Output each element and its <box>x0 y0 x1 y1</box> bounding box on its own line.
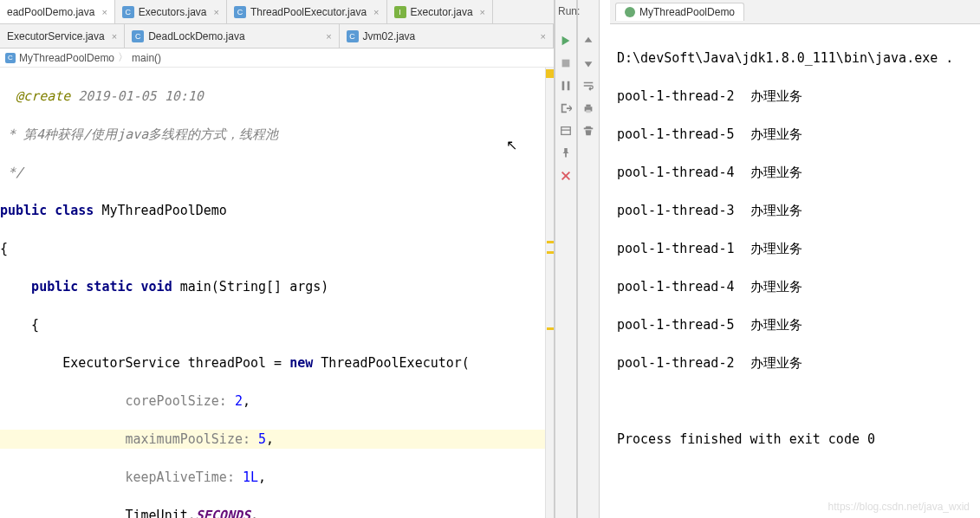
breadcrumb-class[interactable]: MyThreadPoolDemo <box>19 52 114 64</box>
svg-rect-3 <box>568 81 570 91</box>
console-line: pool-1-thread-3 办理业务 <box>617 201 973 220</box>
print-button[interactable] <box>581 100 596 116</box>
warning-mark[interactable] <box>547 241 554 243</box>
chevron-right-icon: 〉 <box>118 50 128 65</box>
svg-marker-8 <box>585 37 593 42</box>
breadcrumb: C MyThreadPoolDemo 〉 main() <box>0 49 554 68</box>
console-pane: MyThreadPoolDemo D:\devSoft\Java\jdk1.8.… <box>610 0 980 518</box>
warning-mark[interactable] <box>547 327 554 330</box>
file-label: Executors.java <box>139 6 207 18</box>
svg-marker-0 <box>562 36 570 46</box>
svg-rect-2 <box>562 81 565 91</box>
breadcrumb-method[interactable]: main() <box>132 52 161 64</box>
console-line: pool-1-thread-1 办理业务 <box>617 239 973 258</box>
run-toolbar-col-1 <box>555 0 577 518</box>
close-icon[interactable]: × <box>326 31 331 42</box>
class-icon: C <box>234 6 246 18</box>
tab-deadlockdemo[interactable]: C DeadLockDemo.java × <box>125 24 339 48</box>
close-icon[interactable]: × <box>480 7 485 17</box>
code-editor[interactable]: @create 2019-01-05 10:10 * 第4种获得/使用java多… <box>0 68 554 518</box>
class-icon: C <box>122 6 134 18</box>
editor-tabs-row-1: eadPoolDemo.java × C Executors.java × C … <box>0 0 554 24</box>
console-line: pool-1-thread-2 办理业务 <box>617 353 973 372</box>
run-toolwindow-label[interactable]: Run: <box>558 5 580 17</box>
svg-rect-12 <box>586 110 590 113</box>
console-line: pool-1-thread-5 办理业务 <box>617 125 973 144</box>
interface-icon: I <box>394 6 406 18</box>
file-label: Executor.java <box>411 6 473 18</box>
console-line: pool-1-thread-4 办理业务 <box>617 163 973 182</box>
clear-all-button[interactable] <box>581 123 596 139</box>
pin-button[interactable] <box>558 146 574 161</box>
close-icon[interactable]: × <box>373 7 379 17</box>
tab-mythreadpooldemo[interactable]: eadPoolDemo.java × <box>0 0 115 23</box>
class-icon: C <box>5 53 16 63</box>
up-button[interactable] <box>581 33 596 49</box>
soft-wrap-button[interactable] <box>581 78 596 94</box>
tab-executor[interactable]: I Executor.java × <box>387 0 493 23</box>
stop-button[interactable] <box>558 55 574 71</box>
down-button[interactable] <box>581 55 596 71</box>
warning-summary-icon[interactable] <box>546 69 554 78</box>
console-line: pool-1-thread-2 办理业务 <box>617 87 973 106</box>
run-toolbar <box>555 0 610 518</box>
run-config-title: MyThreadPoolDemo <box>639 6 735 18</box>
watermark: https://blog.csdn.net/java_wxid <box>828 501 970 513</box>
console-output[interactable]: D:\devSoft\Java\jdk1.8.0_111\bin\java.ex… <box>610 24 980 518</box>
editor-pane: eadPoolDemo.java × C Executors.java × C … <box>0 0 555 518</box>
console-line: pool-1-thread-4 办理业务 <box>617 277 973 296</box>
file-label: ThreadPoolExecutor.java <box>250 6 367 18</box>
close-icon[interactable]: × <box>101 7 107 17</box>
svg-marker-9 <box>585 62 593 67</box>
console-exit-line: Process finished with exit code 0 <box>617 430 973 449</box>
class-icon: C <box>132 30 144 42</box>
error-stripe[interactable] <box>545 68 554 518</box>
exit-button[interactable] <box>558 100 574 116</box>
file-label: Jvm02.java <box>363 30 416 42</box>
close-icon[interactable]: × <box>214 7 219 17</box>
tab-executorservice[interactable]: ExecutorService.java × <box>0 24 125 48</box>
tab-executors[interactable]: C Executors.java × <box>115 0 227 23</box>
tab-threadpoolexecutor[interactable]: C ThreadPoolExecutor.java × <box>227 0 387 23</box>
svg-rect-1 <box>562 60 570 68</box>
rerun-button[interactable] <box>558 33 574 49</box>
console-line: D:\devSoft\Java\jdk1.8.0_111\bin\java.ex… <box>617 49 973 68</box>
warning-mark[interactable] <box>547 251 554 254</box>
run-config-icon <box>625 7 635 17</box>
close-tab-button[interactable] <box>558 168 574 184</box>
svg-rect-4 <box>561 127 571 135</box>
editor-tabs-row-2: ExecutorService.java × C DeadLockDemo.ja… <box>0 24 554 49</box>
file-label: ExecutorService.java <box>7 30 105 42</box>
layout-button[interactable] <box>558 123 574 139</box>
close-icon[interactable]: × <box>541 31 546 42</box>
run-toolbar-col-2 <box>577 0 600 518</box>
pause-button[interactable] <box>558 78 574 94</box>
close-icon[interactable]: × <box>112 31 117 42</box>
console-line: pool-1-thread-5 办理业务 <box>617 315 973 334</box>
file-label: DeadLockDemo.java <box>148 30 244 42</box>
console-blank <box>617 392 973 411</box>
class-icon: C <box>347 30 359 42</box>
file-label: eadPoolDemo.java <box>7 6 94 18</box>
svg-rect-11 <box>586 105 590 107</box>
run-config-tab[interactable]: MyThreadPoolDemo <box>615 3 744 21</box>
console-header: MyThreadPoolDemo <box>610 0 980 24</box>
tab-jvm02[interactable]: C Jvm02.java × <box>340 24 554 48</box>
